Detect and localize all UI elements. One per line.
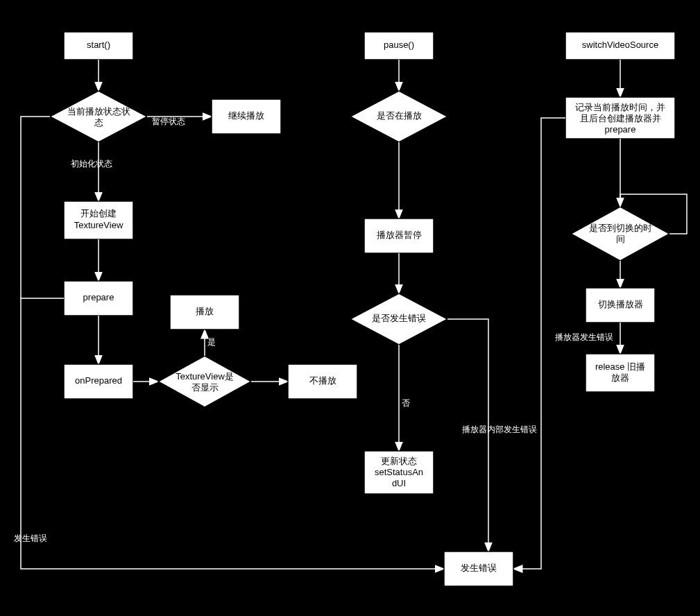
node-noplay-label: 不播放 [309,375,336,386]
node-start-label: start() [87,40,110,50]
node-record-label-1: 记录当前播放时间，并 [575,102,665,112]
node-updatestatus-label-1: 更新状态 [381,456,417,466]
node-switchplayer-label: 切换播放器 [598,299,643,309]
node-updatestatus-label-2: setStatusAn [375,467,423,477]
node-releaseold-label-1: release 旧播 [595,361,645,372]
edge-state-resume-label2: 暂停状态 [152,117,185,126]
node-releaseold-label-2: 放器 [611,373,629,383]
node-isplaying-label: 是否在播放 [377,110,422,121]
node-create-tv-label-2: TextureView [74,220,123,230]
node-record-label-2: 且后台创建播放器并 [580,113,661,123]
node-playerpause-label: 播放器暂停 [377,230,422,240]
node-updatestatus-label-3: dUI [392,478,406,488]
edge-state-create-label: 初始化状态 [71,159,112,169]
edge-record-error [513,118,565,569]
node-prepare-label: prepare [83,292,114,302]
edge-record-error-label: 播放器发生错误 [555,332,613,342]
edge-state-left-down [21,117,50,298]
edge-prepare-error-label: 发生错误 [14,533,47,543]
node-iserror-label: 是否发生错误 [372,313,426,323]
edge-prepare-error [21,298,444,569]
node-resume-label: 继续播放 [228,110,264,121]
node-switchsrc-label: switchVideoSource [582,40,658,50]
edge-iserror-internal [447,319,488,551]
node-create-tv-label-1: 开始创建 [80,208,117,219]
node-reachtime-label-2: 间 [616,234,625,244]
edge-tvshown-play-label: 是 [207,337,216,347]
node-error-label: 发生错误 [461,563,497,573]
node-state-label-1: 当前播放状态状 [67,106,130,117]
node-reachtime-label-1: 是否到切换的时 [589,223,652,233]
node-onprepared-label: onPrepared [75,375,122,386]
node-record-label-3: prepare [605,124,636,135]
node-pause-label: pause() [384,40,414,50]
node-play-label: 播放 [196,306,214,316]
node-state-label-2: 态 [94,117,103,128]
node-tvshown-label-1: TextureView是 [176,371,234,382]
node-tvshown-label-2: 否显示 [191,382,219,393]
edge-iserror-no-label: 否 [402,398,410,408]
edge-iserror-internal-label: 播放器内部发生错误 [462,425,537,434]
